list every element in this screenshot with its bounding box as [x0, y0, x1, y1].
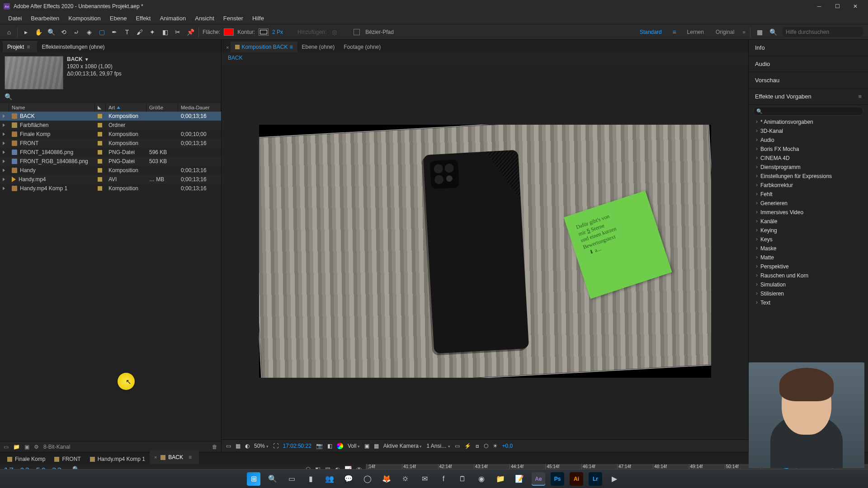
- taskbar-teams-icon[interactable]: 👥: [323, 472, 336, 486]
- taskbar-whatsapp-icon[interactable]: 💬: [342, 472, 355, 486]
- comp-dropdown-icon[interactable]: ▼: [85, 57, 89, 62]
- label-swatch[interactable]: [98, 159, 102, 164]
- effects-category[interactable]: Simulation: [749, 280, 868, 289]
- project-item[interactable]: FarbflächenOrdner: [0, 121, 221, 130]
- project-item[interactable]: FRONTKomposition0;00;13;16: [0, 139, 221, 148]
- col-type[interactable]: Art: [106, 103, 146, 112]
- effects-category[interactable]: Dienstprogramm: [749, 163, 868, 172]
- roto-tool-icon[interactable]: ✂: [173, 28, 182, 37]
- effects-category[interactable]: Rauschen und Korn: [749, 271, 868, 280]
- taskbar-premiere-icon[interactable]: ▶: [608, 472, 621, 486]
- menu-ansicht[interactable]: Ansicht: [190, 13, 219, 23]
- tab-komposition[interactable]: Komposition BACK≡: [231, 42, 297, 52]
- bit-depth[interactable]: 8-Bit-Kanal: [43, 444, 70, 450]
- taskbar-firefox-icon[interactable]: 🦊: [380, 472, 393, 486]
- menu-hilfe[interactable]: Hilfe: [248, 13, 269, 23]
- breadcrumb-back[interactable]: BACK: [228, 55, 243, 61]
- bezier-checkbox[interactable]: [354, 29, 360, 35]
- effects-category[interactable]: Einstellungen für Expressions: [749, 172, 868, 181]
- project-thumbnail[interactable]: [5, 56, 63, 89]
- project-item[interactable]: FRONT_1840886.pngPNG-Datei596 KB: [0, 148, 221, 157]
- fill-swatch[interactable]: [224, 28, 234, 36]
- panel-menu-icon[interactable]: ≡: [24, 42, 33, 52]
- hand-tool-icon[interactable]: ✋: [34, 28, 43, 37]
- selected-comp-name[interactable]: BACK: [67, 56, 83, 62]
- resolution-icon[interactable]: ⛶: [273, 443, 278, 449]
- exposure-value[interactable]: +0,0: [502, 443, 513, 449]
- effects-category[interactable]: Perspektive: [749, 262, 868, 271]
- orbit-tool-icon[interactable]: ⟲: [59, 28, 68, 37]
- zoom-tool-icon[interactable]: 🔍: [47, 28, 56, 37]
- effects-category[interactable]: Farbkorrektur: [749, 181, 868, 190]
- label-swatch[interactable]: [98, 141, 102, 145]
- twirl-icon[interactable]: [3, 178, 5, 181]
- stroke-width[interactable]: 2 Px: [272, 29, 283, 35]
- fast-preview-icon[interactable]: ⚡: [464, 443, 471, 449]
- panel-menu-icon[interactable]: ≡: [186, 452, 194, 462]
- taskbar-app1-icon[interactable]: ▮: [304, 472, 317, 486]
- camera-dropdown[interactable]: Aktive Kamera: [383, 443, 422, 449]
- col-name[interactable]: Name: [9, 103, 95, 112]
- effects-category[interactable]: Maske: [749, 244, 868, 253]
- new-comp-icon[interactable]: ▣: [24, 444, 29, 450]
- help-search-input[interactable]: [782, 27, 863, 37]
- close-tab-icon[interactable]: ×: [224, 42, 231, 52]
- magnify-icon[interactable]: ▭: [226, 443, 231, 449]
- tab-footage[interactable]: Footage (ohne): [339, 42, 385, 52]
- snapshot-icon[interactable]: 📷: [316, 443, 323, 449]
- project-item[interactable]: HandyKomposition0;00;13;16: [0, 166, 221, 175]
- taskbar-facebook-icon[interactable]: f: [437, 472, 450, 486]
- tab-projekt[interactable]: Projekt≡: [3, 41, 37, 52]
- trash-icon[interactable]: 🗑: [212, 444, 217, 450]
- taskbar-explorer-icon[interactable]: 📁: [494, 472, 507, 486]
- menu-bearbeiten[interactable]: Bearbeiten: [26, 13, 64, 23]
- effects-search-input[interactable]: 🔍: [753, 107, 863, 116]
- effects-category[interactable]: * Animationsvorgaben: [749, 117, 868, 127]
- effects-category[interactable]: Audio: [749, 136, 868, 145]
- comp-viewer[interactable]: Dafür gibt's vonmir 5 Sterneund einen ku…: [222, 63, 748, 439]
- twirl-icon[interactable]: [3, 169, 5, 172]
- effects-category[interactable]: Kanäle: [749, 217, 868, 226]
- project-settings-icon[interactable]: ⚙: [34, 444, 39, 450]
- project-item[interactable]: FRONT_RGB_1840886.pngPNG-Datei503 KB: [0, 157, 221, 166]
- taskbar-app2-icon[interactable]: ⛭: [399, 472, 412, 486]
- close-button[interactable]: ✕: [846, 0, 864, 13]
- timeline-icon[interactable]: ⧈: [476, 443, 479, 449]
- workspace-standard[interactable]: Standard: [636, 27, 665, 37]
- rectangle-tool-icon[interactable]: ▢: [97, 28, 106, 37]
- close-tab-icon[interactable]: ×: [154, 455, 157, 460]
- menu-datei[interactable]: Datei: [4, 13, 26, 23]
- effects-category[interactable]: Stilisieren: [749, 289, 868, 298]
- snapping-icon[interactable]: ▦: [755, 28, 764, 37]
- twirl-icon[interactable]: [3, 114, 5, 118]
- label-swatch[interactable]: [98, 168, 102, 173]
- interpret-footage-icon[interactable]: ▭: [4, 444, 9, 450]
- home-icon[interactable]: ⌂: [5, 28, 14, 37]
- channel-icon[interactable]: [337, 443, 343, 449]
- twirl-icon[interactable]: [3, 132, 5, 136]
- taskbar-ps-icon[interactable]: Ps: [551, 472, 564, 486]
- twirl-icon[interactable]: [3, 160, 5, 163]
- tab-ebene[interactable]: Ebene (ohne): [297, 42, 340, 52]
- panel-menu-icon[interactable]: ≡: [858, 93, 862, 100]
- taskbar-obs-icon[interactable]: ◉: [475, 472, 488, 486]
- rotate-tool-icon[interactable]: ⤾: [72, 28, 81, 37]
- taskbar-opera-icon[interactable]: ◯: [361, 472, 374, 486]
- search-icon[interactable]: 🔍: [5, 93, 12, 100]
- menu-ebene[interactable]: Ebene: [105, 13, 132, 23]
- taskbar-start-icon[interactable]: ⊞: [247, 472, 260, 486]
- zoom-dropdown[interactable]: 50%: [254, 443, 269, 449]
- twirl-icon[interactable]: [3, 141, 5, 145]
- current-time[interactable]: 17:02:50:22: [283, 443, 311, 449]
- panel-menu-icon[interactable]: ≡: [289, 44, 292, 50]
- label-swatch[interactable]: [98, 177, 102, 182]
- col-media[interactable]: Media-Dauer: [178, 103, 221, 112]
- label-swatch[interactable]: [98, 132, 102, 136]
- pan-behind-tool-icon[interactable]: ◈: [85, 28, 94, 37]
- project-item[interactable]: Handy.mp4 Komp 1Komposition0;00;13;16: [0, 184, 221, 193]
- taskbar-ae-icon[interactable]: Ae: [532, 472, 545, 486]
- taskbar-editor-icon[interactable]: 📝: [513, 472, 526, 486]
- effects-category[interactable]: CINEMA 4D: [749, 154, 868, 163]
- menu-animation[interactable]: Animation: [155, 13, 190, 23]
- taskbar-lr-icon[interactable]: Lr: [589, 472, 602, 486]
